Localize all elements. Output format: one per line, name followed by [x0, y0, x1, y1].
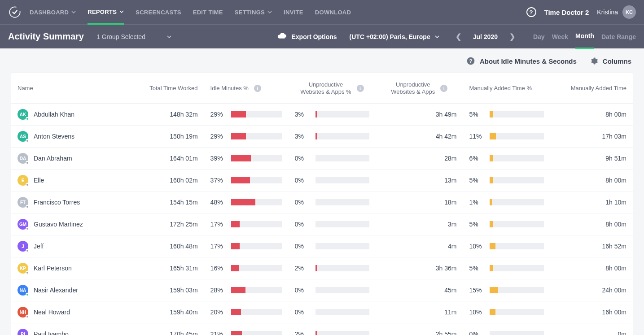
- nav-item-invite[interactable]: INVITE: [284, 0, 303, 24]
- nav-item-settings[interactable]: SETTINGS: [235, 0, 272, 24]
- avatar: DA: [18, 153, 28, 164]
- person-name: Elle: [34, 177, 44, 184]
- manual-pct-bar: [490, 221, 543, 227]
- col-manual[interactable]: Manually Added Time: [556, 85, 626, 91]
- about-idle-label: About Idle Minutes & Seconds: [480, 57, 577, 65]
- unprod-pct: 0%: [295, 309, 311, 316]
- manual-time: 16h 52m: [550, 235, 633, 257]
- unprod-pct: 0%: [295, 177, 311, 184]
- manual-time: 8h 00m: [550, 213, 633, 235]
- group-select[interactable]: 1 Group Selected: [96, 33, 171, 40]
- unprod-pct-cell: 2%: [295, 265, 369, 272]
- activity-table: Name Total Time Worked Idle Minutes %i U…: [11, 73, 633, 335]
- col-unprod[interactable]: UnproductiveWebsites & Apps i: [382, 81, 456, 95]
- unprod-pct: 0%: [295, 155, 311, 162]
- status-dot: [26, 139, 29, 143]
- unprod-pct-bar: [315, 331, 369, 335]
- status-dot: [26, 205, 29, 209]
- info-icon[interactable]: i: [254, 85, 261, 92]
- table-row[interactable]: NANasir Alexander159h 03m28%0%45m15%24h …: [11, 279, 633, 301]
- person-name: Jeff: [34, 243, 44, 250]
- chevron-down-icon: [167, 35, 171, 39]
- manual-pct: 11%: [469, 133, 485, 140]
- prev-period-button[interactable]: ❮: [452, 30, 465, 43]
- manual-time: 17h 03m: [550, 126, 633, 148]
- person-name: Gustavo Martinez: [34, 221, 83, 228]
- nav-item-edit time[interactable]: EDIT TIME: [193, 0, 223, 24]
- name-cell: AKAbdullah Khan: [18, 109, 124, 120]
- table-row[interactable]: DADan Abraham164h 01m39%0%28m6%9h 51m: [11, 148, 633, 170]
- manual-pct-cell: 6%: [469, 155, 543, 162]
- unprod-pct: 0%: [295, 243, 311, 250]
- user-menu[interactable]: Kristina KC: [597, 5, 636, 19]
- idle-cell: 37%: [210, 177, 282, 184]
- unprod-pct-bar: [315, 199, 369, 205]
- col-idle[interactable]: Idle Minutes %i: [210, 85, 282, 92]
- manual-pct-cell: 15%: [469, 287, 543, 294]
- range-tab-month[interactable]: Month: [575, 25, 594, 49]
- table-row[interactable]: ASAnton Stevens150h 19m29%3%4h 42m11%17h…: [11, 126, 633, 148]
- unprod-pct-bar: [315, 221, 369, 227]
- table-row[interactable]: FTFrancisco Torres154h 15m48%0%18m1%1h 1…: [11, 191, 633, 213]
- svg-point-0: [9, 7, 20, 17]
- person-name: Abdullah Khan: [34, 111, 74, 118]
- info-icon[interactable]: i: [357, 85, 364, 92]
- manual-pct-bar: [490, 155, 543, 161]
- nav-item-label: DASHBOARD: [30, 9, 69, 16]
- manual-pct-bar: [490, 177, 543, 183]
- unprod-pct-bar: [315, 133, 369, 139]
- name-cell: JJeff: [18, 241, 124, 252]
- about-idle-link[interactable]: ? About Idle Minutes & Seconds: [466, 57, 577, 65]
- nav-item-screencasts[interactable]: SCREENCASTS: [136, 0, 181, 24]
- person-name: Anton Stevens: [34, 133, 74, 140]
- manual-pct-cell: 11%: [469, 133, 543, 140]
- avatar: AS: [18, 131, 28, 142]
- gear-icon: [589, 57, 598, 65]
- col-unprod-pct[interactable]: UnproductiveWebsites & Apps % i: [295, 81, 369, 95]
- name-cell: GMGustavo Martinez: [18, 219, 124, 230]
- col-name[interactable]: Name: [18, 85, 124, 91]
- avatar: FT: [18, 197, 28, 208]
- table-row[interactable]: GMGustavo Martinez172h 25m17%0%3m5%8h 00…: [11, 213, 633, 235]
- info-icon[interactable]: i: [440, 85, 447, 92]
- col-manual-pct[interactable]: Manually Added Time %: [469, 85, 543, 91]
- name-cell: PIPaul Iyambo: [18, 329, 124, 335]
- idle-cell: 17%: [210, 221, 282, 228]
- table-row[interactable]: EElle160h 02m37%0%13m5%8h 00m: [11, 170, 633, 191]
- table-row[interactable]: AKAbdullah Khan148h 32m29%3%3h 49m5%8h 0…: [11, 104, 633, 126]
- page-title: Activity Summary: [8, 31, 84, 42]
- range-tab-day[interactable]: Day: [533, 25, 545, 49]
- unprod-pct-cell: 2%: [295, 331, 369, 335]
- table-row[interactable]: KPKarl Peterson165h 31m16%2%3h 36m5%8h 0…: [11, 257, 633, 279]
- export-button[interactable]: Export Options: [277, 33, 337, 40]
- name-cell: FTFrancisco Torres: [18, 197, 124, 208]
- columns-button[interactable]: Columns: [589, 57, 631, 65]
- manual-pct: 15%: [469, 287, 485, 294]
- table-row[interactable]: JJeff160h 48m17%0%4m10%16h 52m: [11, 235, 633, 257]
- period-label: Jul 2020: [473, 33, 498, 40]
- user-name: Kristina: [597, 9, 618, 16]
- range-tab-date-range[interactable]: Date Range: [601, 25, 636, 49]
- col-total[interactable]: Total Time Worked: [137, 85, 198, 91]
- manual-pct: 5%: [469, 221, 485, 228]
- unprod-time: 3h 49m: [376, 104, 463, 126]
- manual-pct: 5%: [469, 177, 485, 184]
- svg-text:?: ?: [469, 58, 472, 64]
- idle-pct: 29%: [210, 111, 227, 118]
- nav-item-reports[interactable]: REPORTS: [88, 0, 124, 25]
- nav-item-dashboard[interactable]: DASHBOARD: [30, 0, 76, 24]
- chevron-down-icon: [435, 35, 439, 39]
- table-row[interactable]: PIPaul Iyambo170h 45m21%2%2h 55m0%0m: [11, 323, 633, 335]
- next-period-button[interactable]: ❯: [506, 30, 519, 43]
- manual-pct-cell: 5%: [469, 177, 543, 184]
- nav-item-label: EDIT TIME: [193, 9, 223, 16]
- idle-cell: 28%: [210, 287, 282, 294]
- table-row[interactable]: NHNeal Howard159h 40m20%0%11m10%16h 00m: [11, 301, 633, 323]
- nav-item-download[interactable]: DOWNLOAD: [315, 0, 351, 24]
- timezone-select[interactable]: (UTC +02:00) Paris, Europe: [350, 33, 439, 40]
- range-tab-week[interactable]: Week: [552, 25, 568, 49]
- unprod-pct: 2%: [295, 265, 311, 272]
- help-icon[interactable]: ?: [526, 7, 536, 17]
- person-name: Nasir Alexander: [34, 287, 78, 294]
- person-name: Paul Iyambo: [34, 331, 69, 335]
